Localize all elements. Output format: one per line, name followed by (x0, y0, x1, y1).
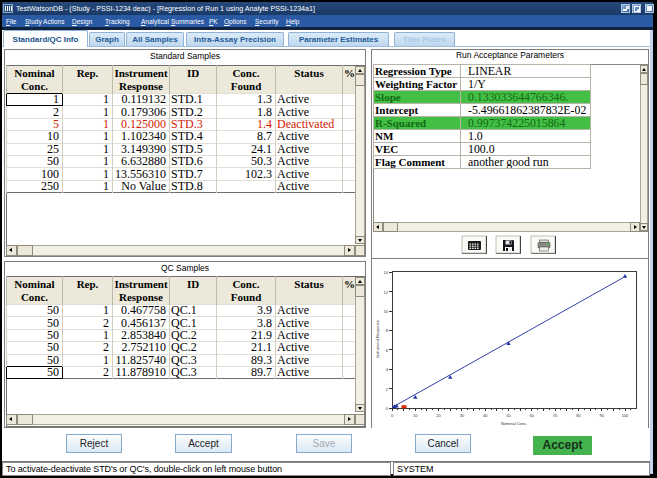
svg-text:14: 14 (384, 270, 389, 275)
svg-text:40: 40 (483, 413, 488, 418)
svg-text:10: 10 (384, 309, 389, 314)
svg-text:12: 12 (384, 290, 389, 295)
svg-text:90: 90 (599, 413, 604, 418)
svg-text:Instrument Response: Instrument Response (375, 319, 380, 358)
svg-text:10: 10 (413, 413, 418, 418)
svg-text:Nominal Conc.: Nominal Conc. (501, 421, 527, 426)
svg-text:50: 50 (506, 413, 511, 418)
svg-text:70: 70 (553, 413, 558, 418)
svg-text:20: 20 (436, 413, 441, 418)
svg-text:60: 60 (530, 413, 535, 418)
svg-text:100: 100 (622, 413, 629, 418)
svg-text:30: 30 (460, 413, 465, 418)
svg-text:80: 80 (576, 413, 581, 418)
